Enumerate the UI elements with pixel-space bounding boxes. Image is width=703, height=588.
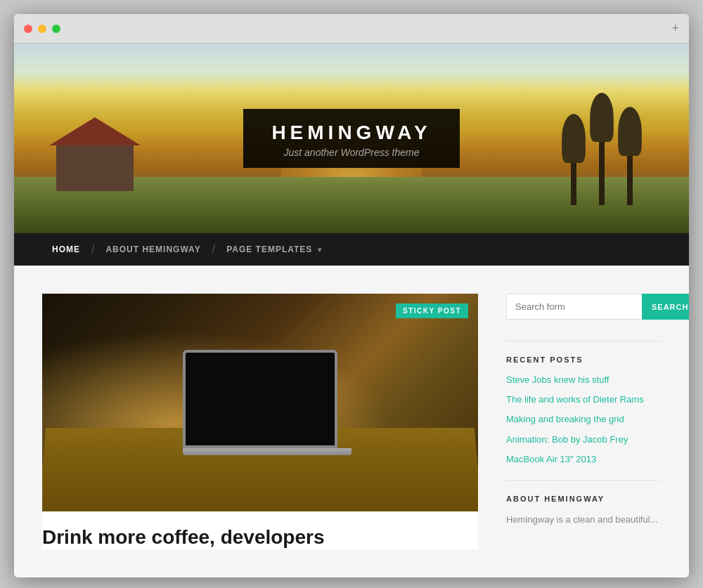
browser-window: + HEMINGWAY Just another WordPress theme… [14,14,689,577]
tree-icon [599,135,605,205]
nav-item-page-templates[interactable]: PAGE TEMPLATES ▾ [217,233,332,266]
posts-area: STICKY POST Drink more coffee, developer… [42,294,478,549]
plus-button[interactable]: + [671,21,679,36]
laptop-base [183,448,352,455]
search-button[interactable]: SEARCH [642,294,689,320]
recent-post-link[interactable]: MacBook Air 13″ 2013 [506,453,661,466]
browser-chrome: + [14,14,689,44]
sidebar-divider [506,480,661,481]
recent-post-link[interactable]: The life and works of Dieter Rams [506,393,661,406]
recent-post-link[interactable]: Making and breaking the grid [506,413,661,426]
sidebar-divider [506,341,661,341]
laptop-screen [183,350,337,448]
search-form: SEARCH [506,294,661,320]
sidebar: SEARCH RECENT POSTS Steve Jobs knew his … [506,294,661,549]
laptop-scene [42,294,478,511]
recent-post-link[interactable]: Steve Jobs knew his stuff [506,374,661,386]
main-content: STICKY POST Drink more coffee, developer… [14,266,689,577]
recent-post-link[interactable]: Animation: Bob by Jacob Frey [506,433,661,446]
chevron-down-icon: ▾ [318,246,322,254]
hero-section: HEMINGWAY Just another WordPress theme [14,44,689,233]
navigation: HOME / ABOUT HEMINGWAY / PAGE TEMPLATES … [14,233,689,266]
post-featured-image: STICKY POST [42,294,478,511]
about-text: Hemingway is a clean and beautiful... [506,513,661,528]
minimize-dot[interactable] [38,25,46,33]
sticky-post-badge: STICKY POST [396,303,468,318]
close-dot[interactable] [24,25,32,33]
site-title: HEMINGWAY [271,122,431,144]
search-input[interactable] [506,294,642,320]
about-heading: ABOUT HEMINGWAY [506,495,661,503]
nav-item-about[interactable]: ABOUT HEMINGWAY [96,233,210,266]
site-title-box: HEMINGWAY Just another WordPress theme [243,109,459,168]
laptop-illustration [183,350,337,455]
nav-separator: / [90,243,96,256]
tree-icon [627,149,633,205]
maximize-dot[interactable] [52,25,60,33]
recent-posts-heading: RECENT POSTS [506,355,661,364]
barn-illustration [56,142,134,191]
nav-item-home[interactable]: HOME [42,233,90,266]
post-title: Drink more coffee, developers [42,511,478,549]
site-subtitle: Just another WordPress theme [271,147,431,158]
post-card: STICKY POST Drink more coffee, developer… [42,294,478,549]
nav-separator: / [211,243,217,256]
tree-icon [571,156,576,205]
